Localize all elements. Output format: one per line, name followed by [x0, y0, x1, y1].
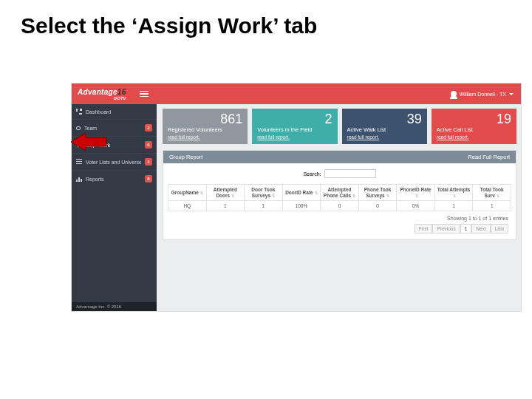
logo-subtext: GOTV [78, 96, 126, 100]
sidebar-item-label: Voter Lists and Universes [86, 160, 141, 165]
sidebar-item-label: Team [84, 126, 141, 131]
bar-chart-icon [76, 176, 82, 182]
col-doorid-rate[interactable]: DoorID Rate⇅ [282, 185, 321, 201]
app-logo: Advantage16 GOTV [72, 83, 132, 104]
col-phoneid-rate[interactable]: PhoneID Rate⇅ [397, 185, 435, 201]
card-active-call[interactable]: 19 Active Call List read full report. [432, 109, 516, 144]
pager-prev[interactable]: Previous [432, 224, 460, 233]
slide-title: Select the ‘Assign Work’ tab [0, 0, 532, 38]
badge: 6 [145, 141, 152, 149]
logo-year: 16 [117, 88, 126, 96]
card-active-walk[interactable]: 39 Active Walk List read full report. [342, 109, 427, 144]
table-row[interactable]: HQ 1 1 100% 0 0 0% 1 1 [168, 201, 511, 211]
badge: 2 [145, 124, 152, 132]
team-icon [76, 126, 81, 130]
card-link[interactable]: read full report. [257, 134, 332, 140]
cell: 1 [245, 201, 283, 211]
sidebar-item-label: Assign Work [81, 143, 141, 148]
cell: 0% [397, 201, 435, 211]
group-report-panel: Group Report Read Full Report Search: Gr… [163, 150, 516, 240]
badge: 8 [145, 175, 152, 183]
user-label: William Donnell - TX [460, 92, 506, 97]
search-label: Search: [303, 171, 321, 177]
chevron-down-icon [509, 93, 514, 95]
stat-cards: 861 Registered Volunteers read full repo… [163, 109, 516, 144]
sidebar-item-team[interactable]: Team 2 [72, 119, 157, 136]
card-value: 861 [168, 112, 242, 126]
sidebar-item-label: Dashboard [86, 109, 152, 115]
col-total-surv[interactable]: Total Took Surv⇅ [473, 185, 511, 201]
pager-page-1[interactable]: 1 [460, 224, 472, 233]
pager-last[interactable]: Last [491, 224, 508, 233]
app-footer: Advantage Inc. © 2016 [72, 302, 157, 311]
pager-next[interactable]: Next [471, 224, 490, 233]
panel-header: Group Report Read Full Report [163, 151, 516, 163]
sidebar: Dashboard Team 2 Assign Work 6 Voter Lis… [72, 104, 157, 302]
table-header-row: GroupName⇅ Attempted Doors⇅ Door Took Su… [168, 185, 511, 201]
pencil-icon [74, 142, 79, 147]
sidebar-item-assign-work[interactable]: Assign Work 6 [72, 136, 157, 153]
group-report-table: GroupName⇅ Attempted Doors⇅ Door Took Su… [168, 184, 511, 211]
cell: 0 [321, 201, 359, 211]
card-link[interactable]: read full report. [168, 134, 242, 140]
menu-toggle-icon[interactable] [140, 91, 149, 98]
badge: 1 [145, 158, 152, 166]
col-total-attempts[interactable]: Total Attempts⇅ [434, 185, 473, 201]
col-door-surveys[interactable]: Door Took Surveys⇅ [245, 185, 283, 201]
card-value: 19 [437, 112, 511, 126]
col-attempted-calls[interactable]: Attempted Phone Calls⇅ [321, 185, 359, 201]
list-icon [76, 159, 82, 165]
col-phone-surveys[interactable]: Phone Took Surveys⇅ [358, 185, 397, 201]
panel-title: Group Report [169, 154, 202, 160]
card-value: 39 [347, 112, 422, 126]
card-value: 2 [257, 112, 332, 126]
card-registered-volunteers[interactable]: 861 Registered Volunteers read full repo… [163, 109, 248, 144]
card-title: Active Walk List [347, 127, 422, 133]
card-title: Registered Volunteers [168, 127, 242, 133]
cell: 1 [473, 201, 511, 211]
cell: 0 [358, 201, 397, 211]
col-groupname[interactable]: GroupName⇅ [168, 185, 207, 201]
card-link[interactable]: read full report. [437, 134, 511, 140]
sidebar-item-voter-lists[interactable]: Voter Lists and Universes 1 [72, 153, 157, 170]
logo-text: Advantage [78, 88, 117, 96]
card-volunteers-field[interactable]: 2 Volunteers in the Field read full repo… [252, 109, 337, 144]
card-link[interactable]: read full report. [347, 134, 422, 140]
sidebar-item-dashboard[interactable]: Dashboard [72, 104, 157, 119]
read-full-report-link[interactable]: Read Full Report [468, 154, 510, 160]
pager: First Previous 1 Next Last [168, 224, 511, 236]
topbar: Advantage16 GOTV William Donnell - TX [72, 83, 521, 104]
entries-info: Showing 1 to 1 of 1 entries [168, 211, 511, 224]
cell: 100% [282, 201, 321, 211]
main-content: 861 Registered Volunteers read full repo… [157, 104, 521, 302]
sidebar-item-label: Reports [86, 177, 141, 182]
pager-first[interactable]: First [415, 224, 433, 233]
search-input[interactable] [324, 169, 376, 178]
col-attempted-doors[interactable]: Attempted Doors⇅ [206, 185, 245, 201]
cell: HQ [168, 201, 207, 211]
dashboard-icon [76, 109, 82, 115]
cell: 1 [206, 201, 245, 211]
sidebar-item-reports[interactable]: Reports 8 [72, 170, 157, 187]
card-title: Active Call List [437, 127, 511, 133]
app-window: Advantage16 GOTV William Donnell - TX Da… [71, 83, 522, 312]
card-title: Volunteers in the Field [257, 127, 332, 133]
cell: 1 [434, 201, 473, 211]
user-menu[interactable]: William Donnell - TX [451, 91, 521, 97]
user-icon [451, 91, 457, 97]
